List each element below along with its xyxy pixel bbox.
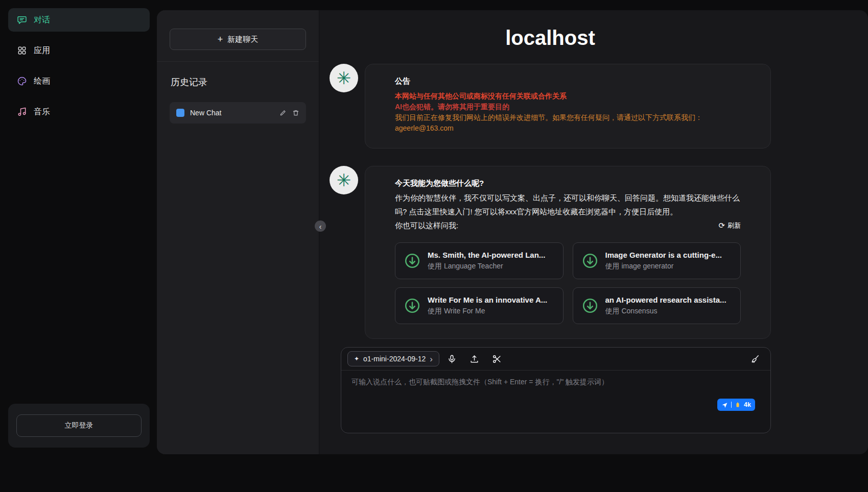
message-bubble: 今天我能为您做些什么呢? 作为你的智慧伙伴，我不仅可以写文案、出点子，还可以和你…: [365, 166, 771, 339]
arrow-down-circle-icon: [581, 252, 599, 269]
token-battery-icon: [735, 401, 741, 408]
suggestion-card[interactable]: Write For Me is an innovative A... 使用 Wr…: [395, 287, 564, 324]
suggestion-title: an AI-powered research assista...: [605, 296, 726, 304]
assistant-message-announcement: ✳ 公告 本网站与任何其他公司或商标没有任何关联或合作关系 AI也会犯错。请勿将…: [330, 64, 771, 149]
suggestion-subtitle: 使用 Write For Me: [428, 307, 547, 316]
new-chat-button[interactable]: + 新建聊天: [170, 29, 306, 50]
chevron-right-icon: ›: [430, 355, 433, 363]
suggestion-grid: Ms. Smith, the AI-powered Lan... 使用 Lang…: [395, 242, 741, 324]
send-button[interactable]: 4k: [717, 399, 755, 411]
suggestion-title: Ms. Smith, the AI-powered Lan...: [428, 251, 545, 259]
panel-divider: [157, 61, 319, 62]
sidebar-item-label: 对话: [34, 15, 50, 26]
page-title: localhost: [330, 27, 771, 50]
badge-divider: [731, 402, 732, 408]
broom-icon: [750, 354, 760, 364]
chat-item-icon: [176, 109, 184, 117]
microphone-icon: [447, 354, 457, 364]
send-plane-icon: [721, 402, 728, 408]
refresh-icon: ⟳: [718, 222, 725, 229]
suggestion-subtitle: 使用 image generator: [605, 262, 722, 271]
chat-list-item[interactable]: New Chat: [170, 102, 306, 124]
sidebar-item-label: 应用: [34, 45, 50, 56]
welcome-title: 今天我能为您做些什么呢?: [395, 179, 741, 188]
message-list: ✳ 公告 本网站与任何其他公司或商标没有任何关联或合作关系 AI也会犯错。请勿将…: [330, 64, 771, 339]
assistant-avatar: ✳: [330, 166, 358, 194]
upload-button[interactable]: [465, 351, 484, 366]
assistant-avatar: ✳: [330, 64, 358, 92]
suggestion-card[interactable]: Image Generator is a cutting-e... 使用 ima…: [573, 242, 741, 279]
arrow-down-circle-icon: [404, 297, 421, 314]
music-note-icon: [17, 107, 27, 117]
suggestion-title: Write For Me is an innovative A...: [428, 296, 547, 304]
sidebar-item-label: 音乐: [34, 107, 50, 117]
arrow-down-circle-icon: [581, 297, 599, 314]
ask-hint: 你也可以这样问我:: [395, 218, 458, 232]
delete-icon[interactable]: [292, 109, 299, 116]
chat-list-panel: + 新建聊天 历史记录 New Chat: [157, 10, 319, 454]
announcement-line-3: 我们目前正在修复我们网站上的错误并改进细节。如果您有任何疑问，请通过以下方式联系…: [395, 112, 741, 123]
palette-icon: [17, 76, 27, 86]
sidebar-item-chat[interactable]: 对话: [8, 8, 150, 32]
suggestion-header-row: 你也可以这样问我: ⟳ 刷新: [395, 218, 741, 232]
suggestion-subtitle: 使用 Language Teacher: [428, 262, 545, 271]
plus-icon: +: [218, 35, 223, 44]
upload-icon: [470, 354, 479, 364]
composer-body: 4k: [341, 371, 770, 433]
contact-email-link[interactable]: ageerle@163.com: [395, 123, 454, 134]
sidebar-item-label: 绘画: [34, 76, 50, 87]
clear-context-button[interactable]: [745, 351, 764, 366]
history-title: 历史记录: [171, 76, 319, 88]
microphone-button[interactable]: [442, 351, 462, 366]
edit-icon[interactable]: [279, 109, 287, 116]
sidebar-item-drawing[interactable]: 绘画: [8, 69, 150, 93]
app-root: 对话 应用 绘画: [0, 0, 868, 492]
message-bubble: 公告 本网站与任何其他公司或商标没有任何关联或合作关系 AI也会犯错。请勿将其用…: [365, 64, 771, 149]
scissors-icon: [492, 354, 502, 364]
model-selector[interactable]: ✦ o1-mini-2024-09-12 ›: [347, 351, 439, 366]
sidebar: 对话 应用 绘画: [0, 0, 157, 492]
sidebar-item-music[interactable]: 音乐: [8, 100, 150, 124]
collapse-sidebar-button[interactable]: ‹: [315, 220, 326, 232]
new-chat-label: 新建聊天: [227, 35, 258, 44]
assistant-message-welcome: ✳ 今天我能为您做些什么呢? 作为你的智慧伙伴，我不仅可以写文案、出点子，还可以…: [330, 166, 771, 339]
chat-bubble-icon: [17, 15, 27, 25]
chat-item-title: New Chat: [190, 109, 274, 117]
announcement-line-1: 本网站与任何其他公司或商标没有任何关联或合作关系: [395, 91, 741, 102]
sidebar-footer: 立即登录: [8, 404, 150, 448]
composer: ✦ o1-mini-2024-09-12 ›: [341, 347, 771, 433]
composer-toolbar: ✦ o1-mini-2024-09-12 ›: [341, 348, 770, 371]
apps-grid-icon: [17, 45, 27, 56]
announcement-line-2: AI也会犯错。请勿将其用于重要目的: [395, 102, 741, 112]
suggestion-subtitle: 使用 Consensus: [605, 307, 726, 316]
sidebar-item-apps[interactable]: 应用: [8, 39, 150, 62]
chat-item-actions: [279, 109, 299, 116]
model-name: o1-mini-2024-09-12: [363, 355, 426, 363]
suggestion-card[interactable]: an AI-powered research assista... 使用 Con…: [573, 287, 741, 324]
suggestion-title: Image Generator is a cutting-e...: [605, 251, 722, 259]
openai-logo-icon: ✳: [337, 69, 351, 87]
arrow-down-circle-icon: [404, 252, 421, 269]
token-count: 4k: [744, 401, 751, 408]
sparkle-icon: ✦: [354, 355, 359, 362]
suggestion-card[interactable]: Ms. Smith, the AI-powered Lan... 使用 Lang…: [395, 242, 564, 279]
welcome-body: 作为你的智慧伙伴，我不仅可以写文案、出点子，还可以和你聊天、回答问题。想知道我还…: [395, 191, 741, 218]
workspace: + 新建聊天 历史记录 New Chat ‹ localhost: [157, 10, 868, 454]
chat-main: localhost ✳ 公告 本网站与任何其他公司或商标没有任何关联或合作关系 …: [319, 10, 868, 454]
announcement-title: 公告: [395, 77, 741, 86]
refresh-label: 刷新: [728, 221, 741, 230]
openai-logo-icon: ✳: [337, 171, 351, 189]
login-button[interactable]: 立即登录: [16, 414, 142, 437]
screenshot-button[interactable]: [487, 351, 507, 366]
refresh-button[interactable]: ⟳ 刷新: [718, 221, 741, 230]
message-input[interactable]: [341, 371, 770, 409]
